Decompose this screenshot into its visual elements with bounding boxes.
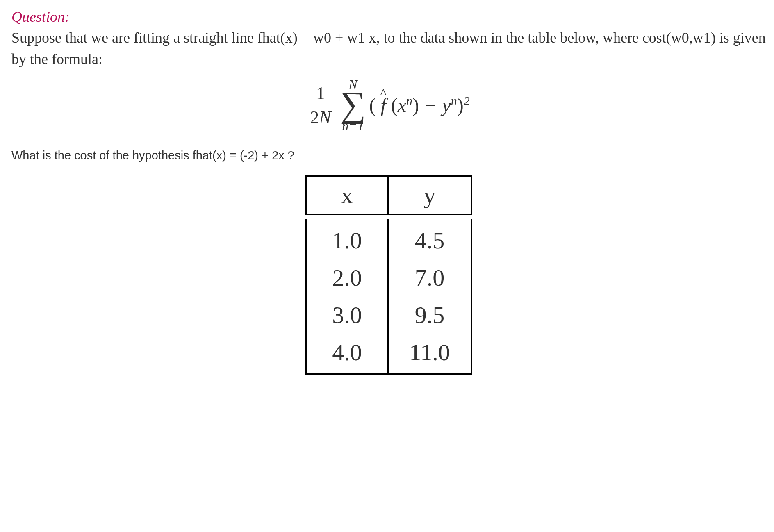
numerator: 1 — [314, 83, 328, 105]
table-header: x y — [305, 175, 472, 215]
cell-x: 3.0 — [307, 294, 389, 331]
data-table-container: x y 1.0 4.5 2.0 7.0 3.0 9.5 4.0 11.0 — [11, 175, 766, 375]
question-label: Question: — [11, 8, 766, 25]
sub-question: What is the cost of the hypothesis fhat(… — [11, 149, 766, 162]
y-sup: n — [451, 94, 457, 107]
cell-x: 4.0 — [307, 331, 389, 373]
cell-y: 11.0 — [389, 331, 471, 373]
summation: N ∑ n=1 — [340, 78, 366, 132]
cell-x: 2.0 — [307, 257, 389, 294]
y-var: y — [442, 94, 451, 116]
header-x: x — [307, 177, 389, 214]
x-sup: n — [406, 94, 412, 107]
fraction: 1 2N — [307, 83, 333, 128]
cell-y: 4.5 — [389, 219, 471, 257]
data-table: x y 1.0 4.5 2.0 7.0 3.0 9.5 4.0 11.0 — [305, 175, 472, 375]
minus: − — [424, 94, 442, 116]
cell-x: 1.0 — [307, 219, 389, 257]
sigma-icon: ∑ — [340, 89, 366, 120]
cell-y: 9.5 — [389, 294, 471, 331]
cost-formula: 1 2N N ∑ n=1 ( ^ f (xn) − yn)2 — [11, 78, 766, 132]
x-var: x — [398, 94, 406, 116]
fhat-symbol: ^ f — [380, 94, 386, 116]
squared: 2 — [464, 94, 470, 107]
den-2: 2 — [310, 107, 319, 127]
denominator: 2N — [307, 105, 333, 128]
table-row: 4.0 11.0 — [307, 331, 471, 373]
sum-lower: n=1 — [342, 119, 364, 132]
table-body: 1.0 4.5 2.0 7.0 3.0 9.5 4.0 11.0 — [305, 219, 472, 375]
question-text: Suppose that we are fitting a straight l… — [11, 27, 766, 70]
hat-icon: ^ — [380, 86, 387, 101]
header-y: y — [389, 177, 471, 214]
den-N: N — [319, 107, 331, 127]
table-row: 1.0 4.5 — [307, 219, 471, 257]
table-row: 2.0 7.0 — [307, 257, 471, 294]
table-row: 3.0 9.5 — [307, 294, 471, 331]
expression: ( ^ f (xn) − yn)2 — [369, 94, 469, 116]
cell-y: 7.0 — [389, 257, 471, 294]
